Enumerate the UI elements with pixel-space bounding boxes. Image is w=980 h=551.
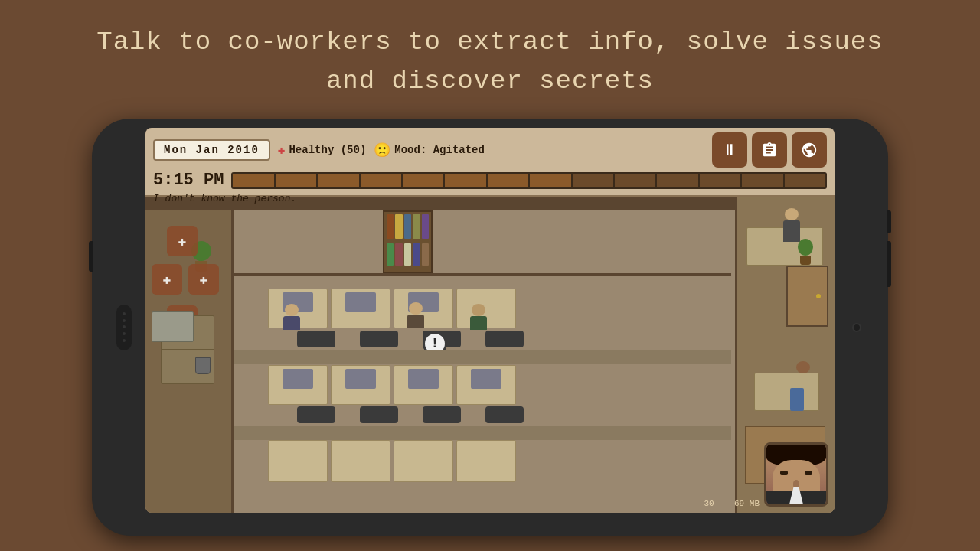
blue-item-right <box>790 388 804 411</box>
health-section: ✚ Healthy (50) <box>278 142 366 158</box>
health-seg-1 <box>233 174 273 187</box>
pause-button[interactable]: ⏸ <box>712 132 747 168</box>
mood-icon: 🙁 <box>374 142 390 158</box>
dialog-text: I don't know the person. <box>145 191 835 207</box>
stats-display: 30 69 MB <box>704 499 760 508</box>
character-portrait <box>764 442 828 507</box>
health-seg-12 <box>700 174 740 187</box>
health-seg-11 <box>657 174 697 187</box>
control-right[interactable]: ✚ <box>188 264 219 295</box>
hud: Mon Jan 2010 ✚ Healthy (50) 🙁 Mood: Agit… <box>145 128 835 197</box>
health-label: Healthy (50) <box>289 144 366 156</box>
health-seg-8 <box>530 174 570 187</box>
health-seg-13 <box>742 174 782 187</box>
device-button-right-top <box>887 210 891 233</box>
chairs-row-1 <box>286 331 534 347</box>
health-seg-6 <box>445 174 485 187</box>
right-plant <box>798 239 813 265</box>
clipboard-button[interactable] <box>752 132 787 168</box>
health-seg-7 <box>488 174 528 187</box>
date-display: Mon Jan 2010 <box>153 139 270 161</box>
health-seg-14 <box>785 174 825 187</box>
device-button-left <box>89 241 93 272</box>
mood-label: Mood: Agitated <box>394 144 485 156</box>
health-icon: ✚ <box>278 142 286 158</box>
title-line2: and discover secrets <box>326 67 654 96</box>
mb-stat: 69 MB <box>734 499 760 508</box>
device-button-right-bottom <box>887 241 891 287</box>
title-line1: Talk to co-workers to extract info, solv… <box>96 28 883 57</box>
game-world: ✚ ✚ ✚ ✚ <box>145 197 835 513</box>
game-screen: Mon Jan 2010 ✚ Healthy (50) 🙁 Mood: Agit… <box>145 128 835 513</box>
mood-section: 🙁 Mood: Agitated <box>374 142 485 158</box>
right-lower-desk <box>754 373 819 411</box>
health-seg-5 <box>403 174 443 187</box>
control-left[interactable]: ✚ <box>152 264 182 295</box>
health-bar <box>231 172 827 189</box>
camera <box>852 323 861 332</box>
desk-row-bottom <box>268 440 516 482</box>
health-seg-2 <box>276 174 316 187</box>
npc-1 <box>283 304 300 330</box>
control-up[interactable]: ✚ <box>167 226 198 256</box>
speaker-grille <box>116 305 132 350</box>
corridor-bottom <box>234 426 731 440</box>
globe-button[interactable] <box>792 132 827 168</box>
corridor-middle <box>234 350 731 364</box>
shelf-box <box>152 311 194 342</box>
fps-stat: 30 <box>704 499 714 508</box>
corridor-divider <box>234 273 731 276</box>
desk-row-2 <box>268 365 516 405</box>
door <box>786 266 828 327</box>
health-seg-9 <box>573 174 613 187</box>
bookshelf <box>383 210 433 273</box>
chairs-row-2 <box>286 406 534 423</box>
health-seg-10 <box>615 174 655 187</box>
title-area: Talk to co-workers to extract info, solv… <box>0 0 980 116</box>
hud-buttons: ⏸ <box>712 132 827 168</box>
trash-can <box>195 357 211 374</box>
npc-right-desk <box>783 208 800 242</box>
health-seg-3 <box>318 174 358 187</box>
device-frame: Mon Jan 2010 ✚ Healthy (50) 🙁 Mood: Agit… <box>92 119 888 536</box>
npc-3 <box>470 304 487 330</box>
time-display: 5:15 PM <box>153 171 224 190</box>
health-seg-4 <box>361 174 401 187</box>
npc-2 <box>407 302 424 328</box>
